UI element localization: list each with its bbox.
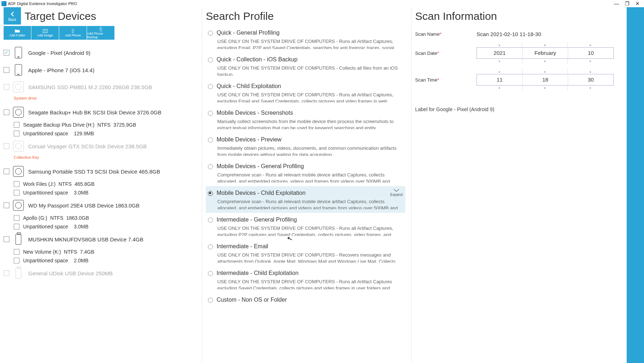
partition-checkbox[interactable]: [14, 122, 19, 128]
device-note: Collection Key: [4, 154, 197, 163]
profile-radio[interactable]: [208, 271, 213, 276]
profile-title: Intermediate - General Profiling: [217, 217, 297, 223]
day-down[interactable]: ▾: [568, 59, 613, 64]
phone-icon: [15, 47, 22, 58]
profile-radio[interactable]: [208, 298, 213, 303]
profile-radio[interactable]: [208, 218, 213, 223]
partition-checkbox[interactable]: [14, 181, 19, 187]
scan-time-input[interactable]: 11 18 30: [477, 74, 614, 86]
device-row: General UDisk USB Device 250MB: [4, 265, 197, 281]
partition-row: Unpartitioned space129.9MB: [4, 129, 197, 138]
scan-name-value[interactable]: Scan 2021-02-10 11-18-30: [477, 31, 541, 37]
device-checkbox[interactable]: [4, 202, 9, 208]
profile-row[interactable]: Intermediate - EmailUSE ONLY ON THE SYST…: [206, 240, 405, 266]
device-checkbox[interactable]: [4, 143, 9, 149]
device-row: Apple - iPhone 7 (iOS 14.4): [4, 61, 197, 79]
add-folder-button[interactable]: Add Folder: [4, 26, 31, 40]
min-down[interactable]: ▾: [522, 86, 567, 91]
device-label: Google - Pixel (Android 9): [28, 50, 91, 56]
profile-radio[interactable]: [208, 57, 213, 62]
profile-radio[interactable]: [208, 111, 213, 116]
profile-radio[interactable]: [208, 137, 213, 143]
profile-title: Mobile Devices - General Profiling: [217, 163, 304, 169]
partition-checkbox[interactable]: [14, 224, 19, 229]
device-checkbox[interactable]: [4, 50, 9, 56]
scan-date-label: Scan Date*: [415, 51, 477, 56]
minimize-button[interactable]: —: [614, 1, 619, 6]
profile-desc: USE ONLY ON THE SYSTEM DRIVE OF COMPUTER…: [208, 63, 403, 76]
device-label: MUSHKIN MKNUFDVS8GB USB Device 7.4GB: [28, 236, 143, 242]
device-checkbox[interactable]: [4, 84, 9, 90]
sec-down[interactable]: ▾: [568, 86, 613, 91]
titlebar: ADF Digital Evidence Investigator PRO — …: [0, 0, 644, 7]
month-down[interactable]: ▾: [522, 59, 567, 64]
profile-title: Search Profile: [206, 7, 408, 26]
profile-row[interactable]: Quick - Collection - iOS BackupUSE ONLY …: [206, 53, 405, 79]
day-up[interactable]: ▴: [568, 42, 613, 47]
partition-checkbox[interactable]: [14, 131, 19, 136]
add-phone-backup-button[interactable]: Add Phone Backup: [87, 26, 114, 40]
device-row: Seagate Backup+ Hub BK SCSI Disk Device …: [4, 104, 197, 121]
app-title: ADF Digital Evidence Investigator PRO: [8, 1, 77, 6]
year-down[interactable]: ▾: [477, 59, 522, 64]
profile-row[interactable]: Custom - Non OS or Folder: [206, 293, 405, 307]
profile-radio[interactable]: [208, 191, 213, 196]
device-row: WD My Passport 25E4 USB Device 1863.0GB: [4, 197, 197, 214]
disk-icon: [13, 200, 24, 211]
scan-name-label: Scan Name*: [415, 31, 477, 37]
profile-row[interactable]: Mobile Devices - ScreenshotsManually col…: [206, 106, 405, 133]
svg-rect-0: [43, 29, 47, 32]
svg-point-1: [44, 30, 46, 32]
hour-down[interactable]: ▾: [477, 86, 522, 91]
year-up[interactable]: ▴: [477, 42, 522, 47]
hour-up[interactable]: ▴: [477, 69, 522, 74]
profile-row[interactable]: Intermediate - General ProfilingUSE ONLY…: [206, 213, 405, 240]
device-row: MUSHKIN MKNUFDVS8GB USB Device 7.4GB: [4, 231, 197, 248]
profile-row[interactable]: Quick - Child ExploitationUSE ONLY ON TH…: [206, 79, 405, 106]
scan-date-input[interactable]: 2021 February 10: [477, 47, 614, 59]
device-checkbox[interactable]: [4, 270, 9, 276]
profile-row[interactable]: Mobile Devices - Child ExploitationExpan…: [206, 186, 405, 213]
close-button[interactable]: ✕: [635, 1, 640, 6]
partition-checkbox[interactable]: [14, 258, 19, 263]
expand-button[interactable]: Expand: [390, 188, 402, 197]
device-checkbox[interactable]: [4, 169, 9, 174]
add-phone-button[interactable]: Add Phone: [59, 26, 87, 40]
profile-row[interactable]: Mobile Devices - PreviewImmediately obta…: [206, 133, 405, 159]
partition-checkbox[interactable]: [14, 249, 19, 255]
disk-icon: [13, 82, 24, 92]
device-label: Samsung Portable SSD T3 SCSI Disk Device…: [28, 169, 160, 175]
profile-row[interactable]: Mobile Devices - General ProfilingCompre…: [206, 159, 405, 186]
profile-title: Mobile Devices - Preview: [217, 136, 282, 143]
device-checkbox[interactable]: [4, 67, 9, 73]
profile-row[interactable]: Intermediate - Child ExploitationUSE ONL…: [206, 266, 405, 293]
profile-title: Quick - General Profiling: [217, 30, 279, 36]
right-accent-bar: [627, 7, 644, 363]
profile-desc: USE ONLY ON THE SYSTEM DRIVE OF COMPUTER…: [208, 276, 403, 289]
device-checkbox[interactable]: [4, 236, 9, 242]
profile-title: Mobile Devices - Child Exploitation: [217, 190, 305, 196]
disk-icon: [13, 141, 24, 152]
maximize-button[interactable]: ❐: [625, 1, 630, 6]
profile-radio[interactable]: [208, 164, 213, 169]
disk-icon: [13, 166, 24, 177]
add-image-button[interactable]: Add Image: [31, 26, 59, 40]
back-button[interactable]: Back: [4, 7, 21, 25]
profile-title: Intermediate - Email: [217, 243, 268, 249]
profile-radio[interactable]: [208, 244, 213, 249]
device-label: General UDisk USB Device 250MB: [28, 270, 113, 276]
profile-row[interactable]: Quick - General ProfilingUSE ONLY ON THE…: [206, 26, 405, 53]
device-row: Corsair Voyager GTX SCSI Disk Device 238…: [4, 138, 197, 154]
profile-radio[interactable]: [208, 31, 213, 36]
scan-time-label: Scan Time*: [415, 77, 477, 83]
month-up[interactable]: ▴: [522, 42, 567, 47]
partition-row: Unpartitioned space2.0MB: [4, 256, 197, 265]
sec-up[interactable]: ▴: [568, 69, 613, 74]
partition-checkbox[interactable]: [14, 190, 19, 196]
device-checkbox[interactable]: [4, 109, 9, 115]
profile-radio[interactable]: [208, 84, 213, 89]
min-up[interactable]: ▴: [522, 69, 567, 74]
partition-checkbox[interactable]: [14, 215, 19, 221]
svg-rect-2: [72, 29, 74, 33]
partition-row: Unpartitioned space3.0MB: [4, 188, 197, 197]
